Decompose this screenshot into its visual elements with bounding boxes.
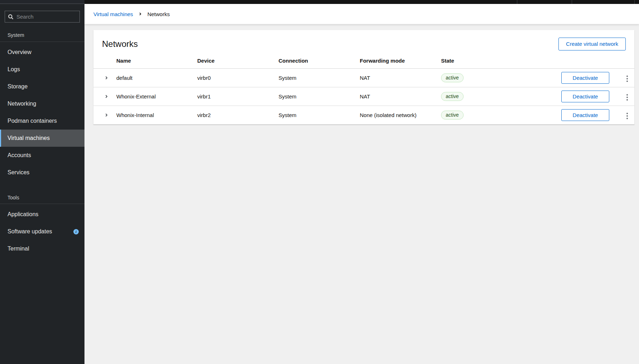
- network-connection: System: [279, 87, 360, 106]
- expand-column-header: [93, 55, 116, 69]
- table-header-row: Name Device Connection Forwarding mode S…: [93, 55, 634, 69]
- sidebar-item-label: Software updates: [8, 228, 52, 235]
- status-badge: active: [441, 92, 464, 101]
- network-name: default: [116, 69, 197, 87]
- networks-table: Name Device Connection Forwarding mode S…: [93, 55, 634, 125]
- network-device: virbr2: [197, 106, 279, 125]
- network-connection: System: [279, 69, 360, 87]
- main-area: Virtual machines Networks Networks Creat…: [84, 4, 639, 364]
- network-name: Whonix-Internal: [116, 106, 197, 125]
- sidebar: System Overview Logs Storage Networking …: [0, 4, 84, 364]
- column-header-forwarding-mode: Forwarding mode: [360, 55, 441, 69]
- column-header-state: State: [441, 55, 497, 69]
- masthead-divider: [517, 0, 517, 4]
- nav-section-tools: Tools: [0, 181, 84, 204]
- status-badge: active: [441, 111, 464, 120]
- actions-column-header: [497, 55, 620, 69]
- network-forwarding-mode: None (isolated network): [360, 106, 441, 125]
- networks-card: Networks Create virtual network Name Dev…: [93, 30, 634, 125]
- sidebar-item-networking[interactable]: Networking: [0, 95, 84, 112]
- deactivate-button[interactable]: Deactivate: [561, 91, 609, 102]
- nav-section-system: System: [0, 23, 84, 42]
- sidebar-item-software-updates[interactable]: Software updates i: [0, 223, 84, 240]
- table-row: Whonix-External virbr1 System NAT active…: [93, 87, 634, 106]
- chevron-right-icon: [139, 12, 142, 16]
- breadcrumb-link-virtual-machines[interactable]: Virtual machines: [93, 11, 133, 17]
- expand-row-button[interactable]: [103, 93, 110, 100]
- sidebar-item-virtual-machines[interactable]: Virtual machines: [0, 130, 84, 147]
- breadcrumb: Virtual machines Networks: [84, 4, 639, 24]
- masthead-divider: [572, 0, 572, 4]
- sidebar-item-services[interactable]: Services: [0, 164, 84, 181]
- network-connection: System: [279, 106, 360, 125]
- kebab-column-header: [620, 55, 634, 69]
- network-device: virbr1: [197, 87, 279, 106]
- info-icon: i: [73, 229, 79, 234]
- create-virtual-network-button[interactable]: Create virtual network: [558, 38, 626, 50]
- table-row: default virbr0 System NAT active Deactiv…: [93, 69, 634, 87]
- deactivate-button[interactable]: Deactivate: [561, 109, 609, 121]
- search-icon: [8, 14, 13, 19]
- breadcrumb-current-page: Networks: [147, 11, 170, 17]
- sidebar-item-applications[interactable]: Applications: [0, 206, 84, 223]
- page-content: Networks Create virtual network Name Dev…: [84, 24, 639, 364]
- column-header-connection: Connection: [279, 55, 360, 69]
- network-device: virbr0: [197, 69, 279, 87]
- kebab-menu-icon[interactable]: [624, 74, 631, 84]
- sidebar-item-accounts[interactable]: Accounts: [0, 147, 84, 164]
- network-forwarding-mode: NAT: [360, 87, 441, 106]
- search-input[interactable]: [16, 14, 76, 20]
- sidebar-search[interactable]: [5, 11, 80, 23]
- table-row: Whonix-Internal virbr2 System None (isol…: [93, 106, 634, 125]
- sidebar-item-podman-containers[interactable]: Podman containers: [0, 112, 84, 130]
- network-name: Whonix-External: [116, 87, 197, 106]
- expand-row-button[interactable]: [103, 74, 110, 82]
- masthead: [0, 0, 639, 4]
- masthead-sidebar-segment: [0, 0, 84, 4]
- column-header-device: Device: [197, 55, 279, 69]
- page-title: Networks: [102, 39, 138, 49]
- sidebar-item-terminal[interactable]: Terminal: [0, 240, 84, 257]
- masthead-divider: [634, 0, 635, 4]
- kebab-menu-icon[interactable]: [624, 92, 631, 102]
- sidebar-item-logs[interactable]: Logs: [0, 61, 84, 78]
- kebab-menu-icon[interactable]: [624, 111, 631, 121]
- expand-row-button[interactable]: [103, 111, 110, 119]
- sidebar-item-storage[interactable]: Storage: [0, 78, 84, 95]
- masthead-toolbar-segment: [84, 0, 639, 4]
- network-forwarding-mode: NAT: [360, 69, 441, 87]
- column-header-name: Name: [116, 55, 197, 69]
- deactivate-button[interactable]: Deactivate: [561, 72, 609, 84]
- status-badge: active: [441, 73, 464, 82]
- sidebar-item-overview[interactable]: Overview: [0, 44, 84, 61]
